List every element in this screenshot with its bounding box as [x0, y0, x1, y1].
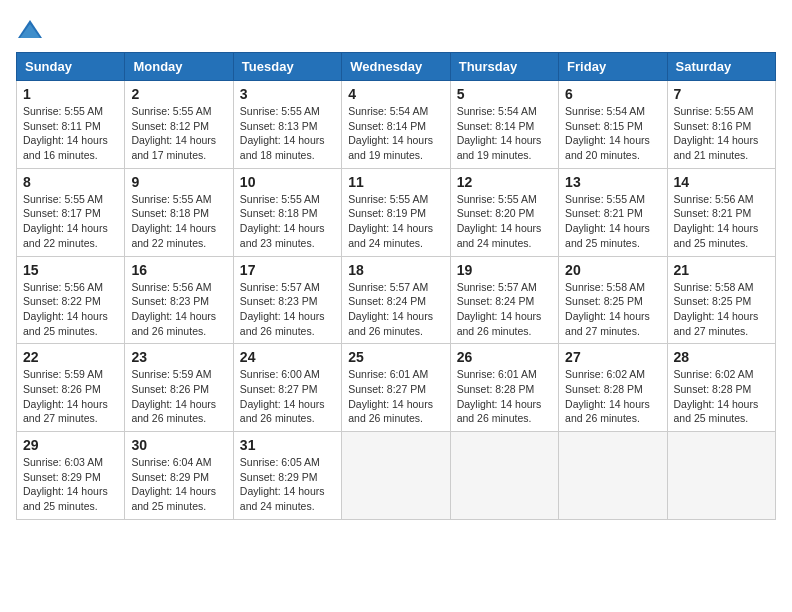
calendar-week-row: 15 Sunrise: 5:56 AM Sunset: 8:22 PM Dayl… — [17, 256, 776, 344]
day-number: 19 — [457, 262, 552, 278]
day-number: 5 — [457, 86, 552, 102]
day-number: 26 — [457, 349, 552, 365]
day-info: Sunrise: 5:55 AM Sunset: 8:11 PM Dayligh… — [23, 104, 118, 163]
day-info: Sunrise: 5:57 AM Sunset: 8:23 PM Dayligh… — [240, 280, 335, 339]
day-info: Sunrise: 6:05 AM Sunset: 8:29 PM Dayligh… — [240, 455, 335, 514]
day-number: 10 — [240, 174, 335, 190]
calendar-cell: 28 Sunrise: 6:02 AM Sunset: 8:28 PM Dayl… — [667, 344, 775, 432]
day-info: Sunrise: 6:00 AM Sunset: 8:27 PM Dayligh… — [240, 367, 335, 426]
calendar-cell — [667, 432, 775, 520]
header-sunday: Sunday — [17, 53, 125, 81]
header-saturday: Saturday — [667, 53, 775, 81]
header-thursday: Thursday — [450, 53, 558, 81]
day-info: Sunrise: 5:55 AM Sunset: 8:18 PM Dayligh… — [131, 192, 226, 251]
day-info: Sunrise: 5:55 AM Sunset: 8:16 PM Dayligh… — [674, 104, 769, 163]
day-number: 31 — [240, 437, 335, 453]
day-info: Sunrise: 5:55 AM Sunset: 8:13 PM Dayligh… — [240, 104, 335, 163]
day-number: 23 — [131, 349, 226, 365]
day-number: 16 — [131, 262, 226, 278]
day-number: 3 — [240, 86, 335, 102]
calendar-week-row: 8 Sunrise: 5:55 AM Sunset: 8:17 PM Dayli… — [17, 168, 776, 256]
calendar-cell: 15 Sunrise: 5:56 AM Sunset: 8:22 PM Dayl… — [17, 256, 125, 344]
day-info: Sunrise: 5:55 AM Sunset: 8:17 PM Dayligh… — [23, 192, 118, 251]
page-header — [16, 16, 776, 44]
day-info: Sunrise: 5:54 AM Sunset: 8:14 PM Dayligh… — [457, 104, 552, 163]
day-info: Sunrise: 5:59 AM Sunset: 8:26 PM Dayligh… — [23, 367, 118, 426]
day-number: 4 — [348, 86, 443, 102]
day-number: 20 — [565, 262, 660, 278]
day-info: Sunrise: 5:55 AM Sunset: 8:19 PM Dayligh… — [348, 192, 443, 251]
day-info: Sunrise: 5:54 AM Sunset: 8:14 PM Dayligh… — [348, 104, 443, 163]
day-number: 22 — [23, 349, 118, 365]
day-number: 9 — [131, 174, 226, 190]
calendar-cell: 10 Sunrise: 5:55 AM Sunset: 8:18 PM Dayl… — [233, 168, 341, 256]
calendar-cell: 13 Sunrise: 5:55 AM Sunset: 8:21 PM Dayl… — [559, 168, 667, 256]
day-info: Sunrise: 5:55 AM Sunset: 8:20 PM Dayligh… — [457, 192, 552, 251]
day-number: 18 — [348, 262, 443, 278]
logo-icon — [16, 16, 44, 44]
day-number: 14 — [674, 174, 769, 190]
day-info: Sunrise: 6:02 AM Sunset: 8:28 PM Dayligh… — [565, 367, 660, 426]
logo — [16, 16, 48, 44]
calendar-cell: 3 Sunrise: 5:55 AM Sunset: 8:13 PM Dayli… — [233, 81, 341, 169]
day-info: Sunrise: 6:01 AM Sunset: 8:28 PM Dayligh… — [457, 367, 552, 426]
day-info: Sunrise: 6:04 AM Sunset: 8:29 PM Dayligh… — [131, 455, 226, 514]
day-info: Sunrise: 5:55 AM Sunset: 8:21 PM Dayligh… — [565, 192, 660, 251]
day-info: Sunrise: 5:57 AM Sunset: 8:24 PM Dayligh… — [457, 280, 552, 339]
calendar-week-row: 1 Sunrise: 5:55 AM Sunset: 8:11 PM Dayli… — [17, 81, 776, 169]
day-info: Sunrise: 5:56 AM Sunset: 8:23 PM Dayligh… — [131, 280, 226, 339]
day-info: Sunrise: 5:58 AM Sunset: 8:25 PM Dayligh… — [565, 280, 660, 339]
calendar-cell: 20 Sunrise: 5:58 AM Sunset: 8:25 PM Dayl… — [559, 256, 667, 344]
calendar-cell: 5 Sunrise: 5:54 AM Sunset: 8:14 PM Dayli… — [450, 81, 558, 169]
day-number: 24 — [240, 349, 335, 365]
day-number: 2 — [131, 86, 226, 102]
day-number: 25 — [348, 349, 443, 365]
day-info: Sunrise: 6:03 AM Sunset: 8:29 PM Dayligh… — [23, 455, 118, 514]
day-info: Sunrise: 5:55 AM Sunset: 8:18 PM Dayligh… — [240, 192, 335, 251]
day-info: Sunrise: 6:01 AM Sunset: 8:27 PM Dayligh… — [348, 367, 443, 426]
calendar-cell: 27 Sunrise: 6:02 AM Sunset: 8:28 PM Dayl… — [559, 344, 667, 432]
day-info: Sunrise: 6:02 AM Sunset: 8:28 PM Dayligh… — [674, 367, 769, 426]
calendar-cell: 25 Sunrise: 6:01 AM Sunset: 8:27 PM Dayl… — [342, 344, 450, 432]
header-friday: Friday — [559, 53, 667, 81]
calendar-cell: 14 Sunrise: 5:56 AM Sunset: 8:21 PM Dayl… — [667, 168, 775, 256]
header-monday: Monday — [125, 53, 233, 81]
calendar-cell: 6 Sunrise: 5:54 AM Sunset: 8:15 PM Dayli… — [559, 81, 667, 169]
day-number: 29 — [23, 437, 118, 453]
calendar-table: SundayMondayTuesdayWednesdayThursdayFrid… — [16, 52, 776, 520]
calendar-cell: 23 Sunrise: 5:59 AM Sunset: 8:26 PM Dayl… — [125, 344, 233, 432]
calendar-cell: 18 Sunrise: 5:57 AM Sunset: 8:24 PM Dayl… — [342, 256, 450, 344]
calendar-week-row: 22 Sunrise: 5:59 AM Sunset: 8:26 PM Dayl… — [17, 344, 776, 432]
day-number: 11 — [348, 174, 443, 190]
calendar-cell: 7 Sunrise: 5:55 AM Sunset: 8:16 PM Dayli… — [667, 81, 775, 169]
day-number: 12 — [457, 174, 552, 190]
calendar-cell: 4 Sunrise: 5:54 AM Sunset: 8:14 PM Dayli… — [342, 81, 450, 169]
day-info: Sunrise: 5:56 AM Sunset: 8:21 PM Dayligh… — [674, 192, 769, 251]
header-tuesday: Tuesday — [233, 53, 341, 81]
calendar-cell — [559, 432, 667, 520]
calendar-cell: 9 Sunrise: 5:55 AM Sunset: 8:18 PM Dayli… — [125, 168, 233, 256]
calendar-cell — [450, 432, 558, 520]
calendar-cell: 30 Sunrise: 6:04 AM Sunset: 8:29 PM Dayl… — [125, 432, 233, 520]
calendar-cell: 19 Sunrise: 5:57 AM Sunset: 8:24 PM Dayl… — [450, 256, 558, 344]
day-number: 8 — [23, 174, 118, 190]
calendar-cell — [342, 432, 450, 520]
calendar-week-row: 29 Sunrise: 6:03 AM Sunset: 8:29 PM Dayl… — [17, 432, 776, 520]
calendar-cell: 8 Sunrise: 5:55 AM Sunset: 8:17 PM Dayli… — [17, 168, 125, 256]
calendar-header-row: SundayMondayTuesdayWednesdayThursdayFrid… — [17, 53, 776, 81]
day-number: 27 — [565, 349, 660, 365]
calendar-cell: 12 Sunrise: 5:55 AM Sunset: 8:20 PM Dayl… — [450, 168, 558, 256]
day-number: 17 — [240, 262, 335, 278]
calendar-cell: 1 Sunrise: 5:55 AM Sunset: 8:11 PM Dayli… — [17, 81, 125, 169]
header-wednesday: Wednesday — [342, 53, 450, 81]
day-number: 7 — [674, 86, 769, 102]
day-number: 13 — [565, 174, 660, 190]
calendar-cell: 17 Sunrise: 5:57 AM Sunset: 8:23 PM Dayl… — [233, 256, 341, 344]
day-info: Sunrise: 5:59 AM Sunset: 8:26 PM Dayligh… — [131, 367, 226, 426]
calendar-cell: 29 Sunrise: 6:03 AM Sunset: 8:29 PM Dayl… — [17, 432, 125, 520]
day-info: Sunrise: 5:55 AM Sunset: 8:12 PM Dayligh… — [131, 104, 226, 163]
day-info: Sunrise: 5:54 AM Sunset: 8:15 PM Dayligh… — [565, 104, 660, 163]
calendar-cell: 22 Sunrise: 5:59 AM Sunset: 8:26 PM Dayl… — [17, 344, 125, 432]
day-number: 1 — [23, 86, 118, 102]
day-number: 6 — [565, 86, 660, 102]
